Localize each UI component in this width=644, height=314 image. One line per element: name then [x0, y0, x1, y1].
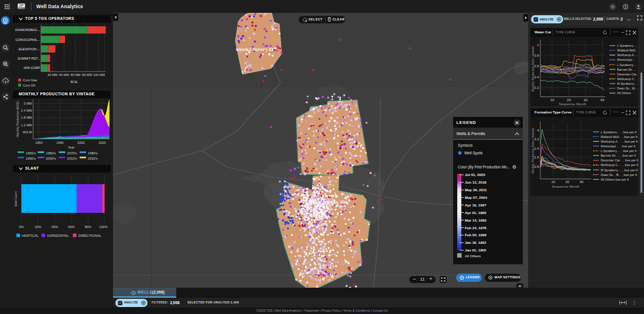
svg-text:60%: 60% [68, 225, 74, 229]
svg-text:80 MM: 80 MM [82, 73, 92, 77]
svg-text:1.2 MM: 1.2 MM [20, 123, 32, 127]
svg-text:3 MM: 3 MM [23, 102, 32, 105]
svg-text:Devonian Car...: Devonian Car... [617, 73, 638, 76]
svg-text:M Spraberry ... , boe per ft: M Spraberry ... , boe per ft [601, 168, 638, 172]
svg-text:Well Spots: Well Spots [464, 151, 483, 156]
svg-text:Mar 14, 1983: Mar 14, 1983 [465, 218, 487, 222]
svg-text:Feb 05, 1969: Feb 05, 1969 [465, 233, 487, 237]
svg-text:1.8 MM: 1.8 MM [20, 116, 32, 119]
svg-text:HORIZONTAL: HORIZONTAL [47, 234, 69, 237]
svg-text:TGS: TGS [19, 4, 24, 6]
svg-text:L Spraberry ... , boe per ft: L Spraberry ... , boe per ft [601, 149, 637, 153]
svg-text:10: 10 [550, 98, 554, 102]
svg-text:Symbols: Symbols [458, 143, 473, 148]
svg-text:1960's: 1960's [46, 151, 56, 155]
svg-text:60 MM: 60 MM [70, 73, 80, 77]
svg-text:Jan 18, 1962: Jan 18, 1962 [465, 240, 487, 244]
svg-text:All Others boe per ft: All Others boe per ft [601, 178, 629, 181]
svg-text:3.2: 3.2 [534, 137, 539, 141]
svg-text:40%: 40% [51, 225, 57, 229]
svg-text:Jun 13, 2018: Jun 13, 2018 [465, 180, 487, 184]
svg-text:L Spraberry ... , boe per ft: L Spraberry ... , boe per ft [601, 130, 637, 134]
svg-text:Apr 01, 1990: Apr 01, 1990 [465, 211, 487, 215]
svg-text:80%: 80% [84, 225, 91, 229]
svg-text:2.4 MM: 2.4 MM [20, 109, 32, 112]
svg-text:2000: 2000 [77, 141, 84, 144]
svg-text:Apr 19, 1997: Apr 19, 1997 [465, 203, 487, 207]
svg-text:DIRECTIONAL: DIRECTIONAL [78, 234, 102, 237]
svg-text:All Others: All Others [465, 254, 481, 258]
svg-text:All Others: All Others [617, 91, 631, 95]
svg-text:40 MM: 40 MM [59, 73, 68, 77]
svg-text:Year: Year [67, 146, 74, 149]
svg-text:20: 20 [566, 180, 570, 184]
svg-text:30: 30 [584, 98, 588, 102]
svg-text:BOE: BOE [70, 80, 77, 84]
svg-text:2000's: 2000's [46, 157, 56, 160]
svg-text:0.8: 0.8 [534, 54, 539, 57]
svg-text:Dean Ss., W...: Dean Ss., W... [617, 87, 637, 90]
svg-text:M Spraberry ...: M Spraberry ... [617, 82, 638, 85]
svg-text:20: 20 [567, 98, 571, 102]
svg-text:Color (By First Production Mo.: Color (By First Production Mo... [458, 165, 510, 170]
svg-text:Dean Ss. , B... , boe per ft: Dean Ss. , B... , boe per ft [601, 173, 638, 177]
svg-text:May 26, 2011: May 26, 2011 [465, 188, 487, 192]
svg-text:Midland Wolf...: Midland Wolf... [617, 49, 638, 52]
svg-text:SUMMIT PET...: SUMMIT PET... [18, 57, 40, 60]
svg-text:2.4: 2.4 [534, 147, 539, 150]
svg-text:0.4: 0.4 [534, 75, 539, 79]
svg-text:Wolfcamp A, ... , boe per ft: Wolfcamp A, ... , boe per ft [601, 140, 638, 143]
svg-text:100%: 100% [99, 225, 107, 229]
svg-text:Wolfcamp C, ...: Wolfcamp C, ... [617, 77, 638, 81]
svg-text:20 MM: 20 MM [47, 73, 57, 77]
svg-text:Pontiac 3D: Pontiac 3D [323, 199, 345, 205]
svg-text:Mississippi ... , boe per ft: Mississippi ... , boe per ft [601, 144, 636, 148]
svg-text:May 07, 2004: May 07, 2004 [465, 195, 487, 199]
svg-text:Jul 01, 2025: Jul 01, 2025 [465, 172, 485, 177]
svg-text:Monthly Production Rate / Volu: Monthly Production Rate / Volume [531, 128, 535, 174]
svg-text:0.6: 0.6 [534, 64, 539, 68]
svg-text:0%: 0% [19, 225, 23, 229]
svg-text:Midland Wolf... , boe per ft: Midland Wolf... , boe per ft [601, 135, 638, 139]
svg-text:Barnett Sh. ... , boe per ft: Barnett Sh. ... , boe per ft [601, 154, 636, 157]
svg-text:APA CORP: APA CORP [23, 66, 40, 70]
svg-text:0.8: 0.8 [534, 165, 539, 168]
svg-text:1: 1 [537, 43, 539, 47]
svg-text:Wolfcamp C, ... , boe per ft: Wolfcamp C, ... , boe per ft [601, 163, 638, 167]
svg-text:1990's: 1990's [26, 157, 36, 160]
svg-text:2010's: 2010's [67, 157, 77, 160]
svg-text:Sequence Month: Sequence Month [559, 102, 587, 106]
svg-text:Mississippi ...: Mississippi ... [617, 58, 636, 61]
svg-text:DIAMONDBAC...: DIAMONDBAC... [15, 28, 40, 32]
svg-text:1960: 1960 [35, 141, 42, 144]
svg-text:Well Count: Well Count [13, 191, 17, 206]
svg-text:VERTICAL: VERTICAL [22, 234, 39, 237]
svg-text:1980's: 1980's [88, 151, 98, 155]
svg-text:L Spraberry ...: L Spraberry ... [617, 63, 637, 67]
svg-text:1950's: 1950's [26, 151, 36, 155]
svg-text:2020's: 2020's [88, 157, 98, 160]
svg-text:1.6: 1.6 [534, 156, 539, 159]
svg-text:Cum Gas: Cum Gas [23, 78, 37, 82]
svg-text:Block 1 Survey 33: Block 1 Survey 33 [236, 47, 273, 52]
svg-text:0.2: 0.2 [534, 86, 539, 89]
svg-text:40: 40 [600, 98, 604, 102]
svg-text:10: 10 [551, 180, 556, 184]
svg-text:CONOCOPHIL...: CONOCOPHIL... [15, 38, 40, 42]
svg-text:Feb 24, 1976: Feb 24, 1976 [465, 226, 487, 230]
svg-text:2020: 2020 [98, 141, 105, 144]
svg-text:Cum Oil: Cum Oil [23, 84, 35, 87]
svg-text:Barnett Sh. ...: Barnett Sh. ... [617, 68, 636, 71]
svg-text:Jan 01, 1955: Jan 01, 1955 [465, 248, 487, 252]
svg-text:1970's: 1970's [67, 151, 77, 155]
svg-text:Wolfcamp A, ...: Wolfcamp A, ... [617, 53, 638, 57]
svg-text:ELEVATION ...: ELEVATION ... [18, 47, 40, 51]
svg-text:Monthly Production Rate / Volu: Monthly Production Rate / Volume [531, 46, 535, 92]
svg-text:4: 4 [537, 129, 539, 132]
svg-text:600 M: 600 M [22, 130, 32, 134]
svg-text:100 MM: 100 MM [93, 73, 105, 77]
svg-text:Monthly Production (BOE): Monthly Production (BOE) [15, 101, 19, 137]
svg-text:L Spraberry ...: L Spraberry ... [617, 44, 637, 47]
svg-text:Devonian Car... , boe per ft: Devonian Car... , boe per ft [601, 158, 638, 162]
svg-text:1980: 1980 [56, 141, 63, 144]
